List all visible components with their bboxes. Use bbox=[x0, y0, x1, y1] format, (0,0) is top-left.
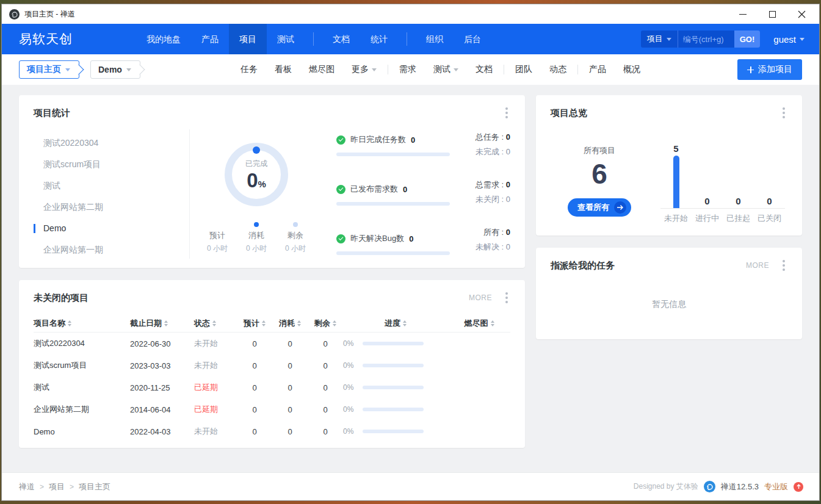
menu-item-test[interactable]: 测试 bbox=[425, 64, 467, 75]
completion-donut-chart: 已完成 0% bbox=[225, 143, 288, 206]
col-header-status[interactable]: 状态 bbox=[194, 318, 237, 329]
maximize-icon[interactable] bbox=[768, 10, 776, 18]
check-circle-icon bbox=[336, 185, 345, 194]
quick-search-box: 项目 GO! bbox=[641, 31, 761, 48]
menu-item-story[interactable]: 需求 bbox=[391, 64, 425, 75]
col-header-consumed[interactable]: 消耗 bbox=[272, 318, 308, 329]
breadcrumb-project-home[interactable]: 项目主页 bbox=[79, 481, 110, 492]
nav-item-project[interactable]: 项目 bbox=[229, 24, 267, 54]
user-menu[interactable]: guest bbox=[773, 34, 805, 45]
add-project-button[interactable]: 添加项目 bbox=[737, 59, 802, 80]
menu-item-dynamic[interactable]: 动态 bbox=[541, 64, 575, 75]
empty-message: 暂无信息 bbox=[551, 299, 787, 310]
panel-title: 未关闭的项目 bbox=[34, 292, 89, 304]
brand-logo[interactable]: 易软天创 bbox=[2, 31, 91, 48]
bar-wait: 5 bbox=[660, 131, 692, 208]
more-link[interactable]: MORE bbox=[469, 293, 492, 302]
go-button[interactable]: GO! bbox=[734, 31, 761, 48]
status-badge: 未开始 bbox=[194, 360, 237, 371]
progress-bar bbox=[363, 408, 424, 411]
menu-item-doc[interactable]: 文档 bbox=[467, 64, 501, 75]
table-row[interactable]: Demo 2022-04-03 未开始 0 0 0 0% bbox=[34, 420, 510, 442]
project-list-item[interactable]: 测试20220304 bbox=[34, 137, 189, 149]
nav-item-org[interactable]: 组织 bbox=[416, 24, 454, 54]
sort-icon bbox=[333, 320, 336, 326]
table-row[interactable]: 测试scrum项目 2023-03-03 未开始 0 0 0 0% bbox=[34, 355, 510, 376]
col-header-deadline[interactable]: 截止日期 bbox=[130, 318, 194, 329]
table-row[interactable]: 测试 2020-11-25 已延期 0 0 0 0% bbox=[34, 376, 510, 398]
menu-item-burndown[interactable]: 燃尽图 bbox=[300, 64, 343, 75]
kebab-menu-icon[interactable] bbox=[780, 257, 787, 273]
donut-marker-dot bbox=[253, 146, 260, 154]
breadcrumb-project[interactable]: 项目 bbox=[49, 481, 65, 492]
status-badge: 未开始 bbox=[194, 426, 237, 437]
panel-title: 指派给我的任务 bbox=[551, 260, 615, 272]
totals-bugs: 所有 : 0 未解决 : 0 bbox=[458, 227, 510, 253]
table-row[interactable]: 测试20220304 2022-06-30 未开始 0 0 0 0% bbox=[34, 333, 510, 355]
panel-title: 项目统计 bbox=[34, 107, 70, 119]
breadcrumb-zentao[interactable]: 禅道 bbox=[19, 481, 35, 492]
app-header: 易软天创 我的地盘 产品 项目 测试 文档 统计 组织 后台 项目 GO! bbox=[2, 24, 819, 54]
progress-bar bbox=[363, 342, 424, 345]
col-header-left[interactable]: 剩余 bbox=[308, 318, 343, 329]
view-all-button[interactable]: 查看所有 bbox=[568, 198, 631, 217]
panel-title: 项目总览 bbox=[551, 107, 587, 119]
col-header-estimate[interactable]: 预计 bbox=[237, 318, 272, 329]
search-input[interactable] bbox=[678, 31, 734, 48]
status-badge: 已延期 bbox=[194, 382, 237, 393]
nav-divider bbox=[407, 32, 407, 46]
edition-link[interactable]: 专业版 bbox=[764, 481, 788, 492]
totals-tasks: 总任务 : 0 未完成 : 0 bbox=[458, 132, 510, 157]
sort-icon bbox=[403, 320, 407, 326]
nav-item-qa[interactable]: 测试 bbox=[267, 24, 305, 54]
nav-item-product[interactable]: 产品 bbox=[191, 24, 229, 54]
nav-item-doc[interactable]: 文档 bbox=[322, 24, 360, 54]
col-header-name[interactable]: 项目名称 bbox=[34, 318, 130, 329]
search-module-dropdown[interactable]: 项目 bbox=[641, 34, 678, 45]
app-window: 项目主页 - 禅道 易软天创 我的地盘 产品 项目 测试 文档 统计 组织 后台 bbox=[1, 4, 820, 501]
kebab-menu-icon[interactable] bbox=[503, 290, 510, 306]
menu-item-overview[interactable]: 概况 bbox=[615, 64, 649, 75]
more-link[interactable]: MORE bbox=[746, 261, 769, 270]
crumb-project-home-dropdown[interactable]: 项目主页 bbox=[19, 60, 79, 79]
version-text[interactable]: 禅道12.5.3 bbox=[721, 481, 759, 492]
nav-item-admin[interactable]: 后台 bbox=[454, 24, 491, 54]
chevron-down-icon bbox=[667, 38, 671, 41]
project-list-item-active[interactable]: Demo bbox=[34, 222, 189, 235]
upgrade-arrow-icon[interactable] bbox=[794, 482, 803, 492]
nav-item-report[interactable]: 统计 bbox=[360, 24, 398, 54]
status-badge: 已延期 bbox=[194, 404, 237, 415]
table-row[interactable]: 企业网站第二期 2014-06-04 已延期 0 0 0 0% bbox=[34, 398, 510, 420]
open-projects-panel: 未关闭的项目 MORE 项目名称 截止日期 状态 预计 消耗 剩余 进度 燃尽图 bbox=[19, 280, 525, 448]
col-header-burndown[interactable]: 燃尽图 bbox=[448, 318, 510, 329]
menu-item-product[interactable]: 产品 bbox=[580, 64, 615, 75]
col-header-progress[interactable]: 进度 bbox=[343, 318, 448, 329]
bar-closed: 0 bbox=[754, 131, 785, 208]
all-projects-label: 所有项目 bbox=[584, 145, 615, 156]
breadcrumb: 禅道 > 项目 > 项目主页 bbox=[19, 481, 110, 492]
project-list-item[interactable]: 测试 bbox=[34, 179, 189, 192]
menu-item-team[interactable]: 团队 bbox=[507, 64, 541, 75]
donut-legend: 预计 0 小时 消耗 0 小时 剩余 0 小时 bbox=[202, 222, 311, 254]
chevron-down-icon bbox=[454, 68, 458, 71]
all-projects-count: 6 bbox=[591, 159, 607, 190]
kebab-menu-icon[interactable] bbox=[780, 105, 787, 121]
progress-bar bbox=[363, 430, 424, 433]
crumb-current-project-dropdown[interactable]: Demo bbox=[90, 60, 140, 79]
project-list-item[interactable]: 企业网站第二期 bbox=[34, 201, 189, 214]
menu-item-more[interactable]: 更多 bbox=[343, 64, 385, 75]
app-footer: 禅道 > 项目 > 项目主页 Designed by 艾体验 禅道12.5.3 … bbox=[2, 472, 819, 500]
project-menu: 任务 看板 燃尽图 更多 需求 测试 文档 团队 动态 产品 概况 bbox=[232, 64, 649, 75]
close-icon[interactable] bbox=[797, 10, 806, 18]
kebab-menu-icon[interactable] bbox=[503, 105, 510, 121]
project-overview-panel: 项目总览 所有项目 6 查看所有 bbox=[536, 95, 802, 236]
minimize-icon[interactable] bbox=[739, 10, 747, 18]
metric-progress-bar bbox=[336, 251, 450, 255]
status-badge: 未开始 bbox=[194, 338, 237, 349]
project-list-item[interactable]: 企业网站第一期 bbox=[34, 243, 189, 256]
menu-item-task[interactable]: 任务 bbox=[232, 64, 266, 75]
project-list-item[interactable]: 测试scrum项目 bbox=[34, 158, 189, 171]
menu-item-kanban[interactable]: 看板 bbox=[266, 64, 300, 75]
nav-item-my[interactable]: 我的地盘 bbox=[136, 24, 191, 54]
plus-icon bbox=[747, 67, 754, 73]
